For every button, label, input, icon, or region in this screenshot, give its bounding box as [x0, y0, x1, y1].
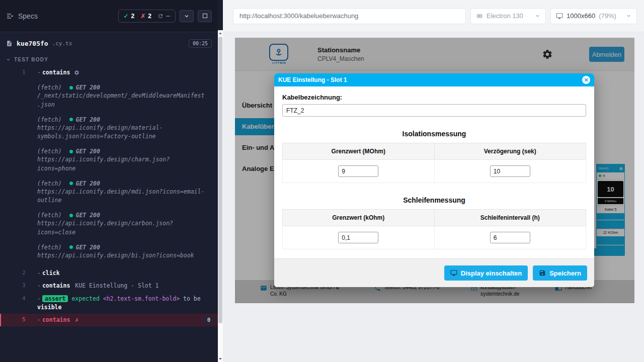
save-button[interactable]: Speichern — [533, 265, 587, 281]
retry-count-badge: 0 — [204, 317, 214, 323]
reporter-scrollbar[interactable] — [218, 30, 223, 362]
network-log-item[interactable]: (fetch)GET 200 https://api.iconify.desig… — [37, 180, 218, 205]
isolation-grenzwert-input[interactable] — [338, 165, 378, 177]
command-row-contains-2[interactable]: 3 -containsKUE Einstellung - Slot 1 — [0, 280, 218, 292]
triangle-down-icon — [219, 358, 222, 360]
command-row-contains-1[interactable]: 1 -contains — [0, 66, 218, 79]
command-name: contains — [42, 316, 70, 323]
isolation-verzoegerung-input[interactable] — [490, 165, 530, 177]
specs-list-icon — [6, 12, 14, 20]
fetch-url: https://api.iconify.design/carbon.json?i… — [37, 219, 208, 237]
failed-count: 2 — [148, 13, 151, 20]
network-log-item[interactable]: (fetch)GET 200 https://api.iconify.desig… — [37, 148, 218, 173]
command-argument: KUE Einstellung - Slot 1 — [75, 282, 158, 289]
command-number: 2 — [22, 269, 37, 276]
status-dot-icon — [69, 150, 73, 153]
isolation-section-title: Isolationsmessung — [282, 130, 586, 138]
specs-menu-button[interactable]: Specs — [6, 12, 38, 20]
assert-state: visible — [37, 304, 61, 311]
loop-table: Grenzwert (kOhm) Schleifenintervall (h) — [282, 209, 586, 249]
url-text: http://localhost:3000/kabelueberwachung — [239, 12, 358, 20]
viewport-monitor-icon — [556, 13, 563, 20]
spec-name: kue705fo — [17, 40, 48, 47]
pending-count: -- — [166, 13, 170, 20]
modal-title: KUE Einstellung - Slot 1 — [278, 76, 582, 83]
spec-header[interactable]: kue705fo .cy.ts 00:25 — [0, 32, 218, 53]
fetch-status: GET 200 — [75, 244, 100, 251]
command-row-assert[interactable]: 4 -assert expected <h2.text-sm.font-bold… — [0, 293, 218, 314]
isolation-table: Grenzwert (MOhm) Verzögerung (sek) — [282, 143, 586, 183]
spec-duration-badge: 00:25 — [189, 39, 212, 48]
command-number: 1 — [22, 68, 37, 75]
address-bar[interactable]: http://localhost:3000/kabelueberwachung — [233, 8, 466, 24]
fetch-status: GET 200 — [75, 148, 100, 155]
scrollbar-thumb[interactable] — [218, 37, 222, 323]
chevron-down-icon — [184, 13, 190, 19]
reporter-header: Specs ✓2 ✗2 -- — [0, 0, 218, 32]
electron-icon — [476, 13, 483, 20]
fetch-url: https://api.iconify.design/mdi.json?icon… — [37, 188, 208, 205]
kue-settings-modal: KUE Einstellung - Slot 1 ✕ Kabelbezeichn… — [274, 73, 594, 287]
display-on-button[interactable]: Display einschalten — [444, 265, 528, 281]
viewport-selector[interactable]: 1000x660 (79%) — [550, 8, 637, 24]
close-icon[interactable]: ✕ — [582, 76, 590, 84]
cable-name-input[interactable] — [282, 104, 586, 117]
command-row-click[interactable]: 2 -click — [0, 267, 218, 280]
runner-right-pane: http://localhost:3000/kabelueberwachung … — [223, 0, 644, 362]
assert-expected: expected — [71, 295, 99, 302]
network-log-item[interactable]: (fetch)GET 200 https://api.iconify.desig… — [37, 212, 218, 237]
loop-section-title: Schleifenmessung — [282, 196, 586, 204]
assert-badge: assert — [42, 295, 68, 302]
fail-x-icon: ✗ — [75, 316, 78, 323]
loop-intervall-input[interactable] — [490, 232, 530, 243]
aut-area: LITTWIN Stationsname CPLV4_Maschen Abmel… — [223, 32, 644, 362]
spec-extension: .cy.ts — [52, 40, 72, 47]
collapse-button[interactable] — [180, 10, 194, 22]
stop-button[interactable] — [198, 10, 212, 22]
refresh-icon — [157, 13, 164, 19]
status-dot-icon — [69, 182, 73, 185]
fetch-label: (fetch) — [37, 148, 61, 155]
fetch-url: https://api.iconify.design/charm.json?ic… — [37, 155, 208, 173]
test-stats: ✓2 ✗2 -- — [118, 10, 176, 23]
network-log-item[interactable]: (fetch)GET 200 /_next/static/development… — [37, 84, 218, 109]
x-icon: ✗ — [140, 13, 145, 20]
isolation-col-verzoegerung: Verzögerung (sek) — [434, 143, 586, 160]
dash: - — [37, 282, 41, 289]
fetch-status: GET 200 — [75, 212, 100, 219]
fetch-label: (fetch) — [37, 84, 61, 91]
check-icon: ✓ — [124, 13, 129, 20]
fetch-url: /_next/static/development/_devMiddleware… — [37, 92, 208, 109]
save-label: Speichern — [549, 269, 581, 277]
display-icon — [450, 269, 457, 277]
command-name: contains — [42, 282, 70, 289]
cypress-reporter-pane: Specs ✓2 ✗2 -- kue705fo .cy.ts 00:25 — [0, 0, 223, 362]
loop-col-grenzwert: Grenzwert (kOhm) — [283, 210, 435, 226]
dash: - — [37, 295, 41, 302]
network-log-item[interactable]: (fetch)GET 200 https://api.iconify.desig… — [37, 244, 218, 260]
chevron-down-icon — [626, 13, 631, 19]
command-number: 3 — [22, 282, 37, 289]
scroll-down-arrow[interactable] — [218, 356, 223, 362]
isolation-col-grenzwert: Grenzwert (MOhm) — [283, 143, 435, 160]
command-row-contains-failed[interactable]: 5 -contains✗ 0 — [0, 314, 218, 326]
viewport-size: 1000x660 — [567, 12, 595, 20]
fetch-label: (fetch) — [37, 244, 61, 251]
fetch-label: (fetch) — [37, 180, 61, 187]
command-log: 1 -contains (fetch)GET 200 /_next/static… — [0, 65, 218, 362]
loop-grenzwert-input[interactable] — [338, 232, 378, 243]
fetch-label: (fetch) — [37, 116, 61, 123]
fetch-status: GET 200 — [75, 180, 100, 187]
fetch-url: https://api.iconify.design/material-symb… — [37, 124, 208, 141]
network-log-item[interactable]: (fetch)GET 200 https://api.iconify.desig… — [37, 116, 218, 141]
test-body-toggle[interactable]: TEST BODY — [0, 53, 218, 65]
browser-selector[interactable]: Electron 130 — [470, 8, 546, 24]
modal-body: Kabelbezeichnung: Isolationsmessung Gren… — [274, 86, 594, 258]
scroll-up-arrow[interactable] — [218, 30, 223, 36]
cable-name-label: Kabelbezeichnung: — [282, 94, 586, 101]
app-under-test: LITTWIN Stationsname CPLV4_Maschen Abmel… — [235, 38, 634, 303]
test-body-label: TEST BODY — [14, 57, 48, 62]
modal-footer: Display einschalten Speichern — [274, 258, 594, 287]
dash: - — [37, 69, 41, 76]
dash: - — [37, 316, 41, 323]
